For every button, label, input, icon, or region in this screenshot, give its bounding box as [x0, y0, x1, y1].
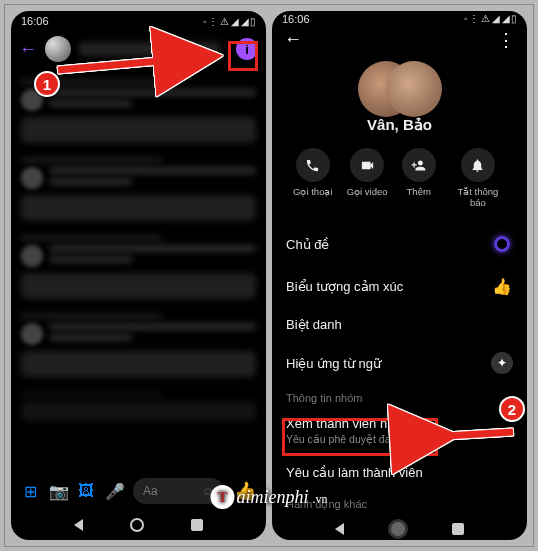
apps-icon[interactable]: ⊞ — [21, 482, 39, 501]
composer: ⊞ 📷 🖼 🎤 Aa ☺ 👍 — [11, 472, 266, 510]
theme-ring-icon — [491, 233, 513, 255]
camera-icon[interactable]: 📷 — [49, 482, 67, 501]
emoji-picker-icon[interactable]: ☺ — [202, 484, 214, 498]
phone-right-info: 16:06 ◦ ⋮ ⚠ ◢ ◢ ▯ ← ⋮ Vân, Bảo Gọi thoại — [272, 11, 527, 540]
avatar — [386, 61, 442, 117]
quick-actions: Gọi thoại Gọi video Thêm Tắt thông báo — [272, 134, 527, 219]
like-icon[interactable]: 👍 — [234, 480, 256, 502]
chat-title-blurred — [79, 42, 220, 56]
back-icon[interactable]: ← — [284, 29, 302, 50]
nav-home[interactable] — [391, 522, 405, 536]
bell-icon — [461, 148, 495, 182]
chat-avatar[interactable] — [45, 36, 71, 62]
android-nav — [11, 510, 266, 540]
android-nav — [272, 517, 527, 540]
nav-back[interactable] — [74, 519, 83, 531]
row-label: Xem thành viên nhóm — [286, 416, 412, 431]
row-label: Yêu cầu làm thành viên — [286, 465, 423, 480]
action-call[interactable]: Gọi thoại — [293, 148, 332, 209]
chat-header: ← i — [11, 31, 266, 67]
row-sublabel: Yêu cầu phê duyệt đang tắt — [286, 433, 418, 445]
row-nickname[interactable]: Biệt danh — [272, 307, 527, 342]
row-label: Biệt danh — [286, 317, 342, 332]
section-other-actions: Hành động khác — [272, 490, 527, 513]
nav-back[interactable] — [335, 523, 344, 535]
info-header: ← ⋮ — [272, 26, 527, 53]
sparkle-icon: ✦ — [491, 352, 513, 374]
action-label: Gọi thoại — [293, 187, 332, 198]
row-theme[interactable]: Chủ đề — [272, 223, 527, 265]
plus-user-icon — [402, 148, 436, 182]
row-request-member[interactable]: Yêu cầu làm thành viên — [272, 455, 527, 490]
status-time: 16:06 — [21, 15, 49, 27]
info-icon[interactable]: i — [236, 38, 258, 60]
row-label: Biểu tượng cảm xúc — [286, 279, 403, 294]
video-icon — [350, 148, 384, 182]
more-icon[interactable]: ⋮ — [497, 29, 515, 51]
action-mute[interactable]: Tắt thông báo — [450, 148, 506, 209]
nav-home[interactable] — [130, 518, 144, 532]
status-bar: 16:06 ◦ ⋮ ⚠ ◢ ◢ ▯ — [11, 11, 266, 31]
action-label: Gọi video — [347, 187, 388, 198]
message-placeholder: Aa — [143, 484, 158, 498]
status-time: 16:06 — [282, 13, 310, 25]
row-members[interactable]: Xem thành viên nhóm Yêu cầu phê duyệt đa… — [272, 406, 527, 455]
row-emoji[interactable]: Biểu tượng cảm xúc 👍 — [272, 265, 527, 307]
row-label: Hiệu ứng từ ngữ — [286, 356, 381, 371]
nav-recent[interactable] — [191, 519, 203, 531]
row-label: Chủ đề — [286, 237, 329, 252]
status-bar: 16:06 ◦ ⋮ ⚠ ◢ ◢ ▯ — [272, 11, 527, 26]
action-label: Tắt thông báo — [450, 187, 506, 209]
group-name: Vân, Bảo — [272, 116, 527, 134]
section-group-info: Thông tin nhóm — [272, 384, 527, 406]
status-icons: ◦ ⋮ ⚠ ◢ ◢ ▯ — [203, 16, 256, 27]
row-effects[interactable]: Hiệu ứng từ ngữ ✦ — [272, 342, 527, 384]
phone-left-chat: 16:06 ◦ ⋮ ⚠ ◢ ◢ ▯ ← i — [11, 11, 266, 540]
chat-body-blurred — [11, 67, 266, 472]
status-icons: ◦ ⋮ ⚠ ◢ ◢ ▯ — [464, 13, 517, 24]
settings-list: Chủ đề Biểu tượng cảm xúc 👍 Biệt danh Hi… — [272, 219, 527, 517]
back-icon[interactable]: ← — [19, 39, 37, 60]
phone-icon — [296, 148, 330, 182]
action-add[interactable]: Thêm — [402, 148, 436, 209]
action-video[interactable]: Gọi video — [347, 148, 388, 209]
mic-icon[interactable]: 🎤 — [105, 482, 123, 501]
gallery-icon[interactable]: 🖼 — [77, 482, 95, 500]
message-input[interactable]: Aa ☺ — [133, 478, 224, 504]
nav-recent[interactable] — [452, 523, 464, 535]
like-icon: 👍 — [491, 275, 513, 297]
group-avatars[interactable] — [272, 61, 527, 114]
action-label: Thêm — [407, 187, 431, 198]
